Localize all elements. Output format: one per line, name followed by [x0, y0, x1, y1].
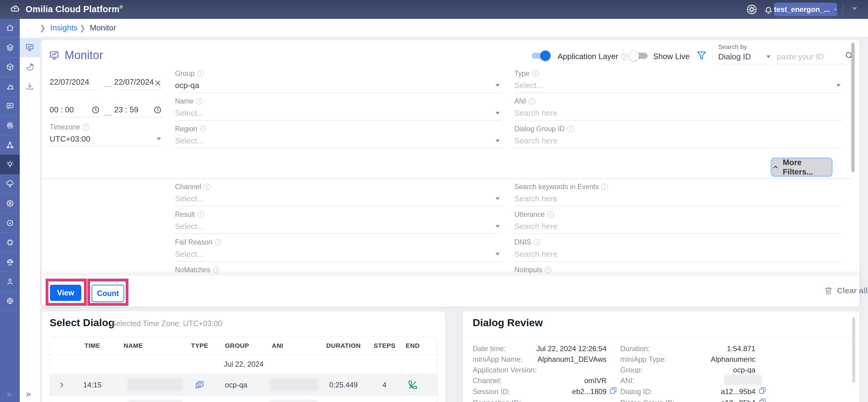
info-icon[interactable]: [601, 184, 608, 190]
filter-funnel-icon[interactable]: [695, 49, 708, 62]
region-select[interactable]: Select...: [175, 134, 502, 148]
more-filters-button[interactable]: More Filters...: [772, 159, 831, 175]
sidebar-item-orchestrator[interactable]: [0, 116, 20, 136]
region-label: Region: [175, 125, 206, 133]
count-button[interactable]: Count: [92, 285, 124, 302]
mini-caret-icon[interactable]: [852, 7, 857, 10]
info-icon[interactable]: [200, 126, 206, 132]
sidebar-item-support[interactable]: [0, 291, 20, 311]
copy-icon[interactable]: [609, 386, 617, 394]
cell-duration: 0:25.449: [317, 381, 370, 389]
dialog-review-scrollbar[interactable]: [852, 317, 855, 383]
select-dialog-title: Select Dialog: [50, 317, 115, 328]
info-icon[interactable]: [197, 211, 204, 218]
filter-actions-bar: [42, 276, 860, 307]
sidebar-item-analytics[interactable]: [0, 77, 20, 96]
clear-dates-icon[interactable]: ×: [155, 77, 161, 89]
search-by-select[interactable]: Dialog ID: [718, 49, 772, 64]
clock-icon[interactable]: [153, 105, 162, 115]
info-icon[interactable]: [567, 126, 574, 132]
group-select[interactable]: ocp-qa: [175, 78, 502, 93]
sidebar-item-layers[interactable]: [0, 38, 20, 58]
info-icon[interactable]: [215, 239, 222, 246]
table-row[interactable]: [50, 396, 437, 402]
kv-value: Alphanum1_DEVAws: [524, 355, 607, 364]
info-icon[interactable]: [545, 267, 552, 273]
type-select[interactable]: Select...: [514, 78, 842, 93]
fail-reason-label: Fail Reason: [175, 238, 222, 247]
timezone-select[interactable]: UTC+03:00: [50, 132, 163, 146]
date-from-input[interactable]: 22/07/2024: [50, 75, 101, 89]
table-row[interactable]: 14:15 ocp-qa 0:25.449 4: [50, 374, 437, 396]
clear-all-button[interactable]: Clear all: [824, 286, 868, 295]
application-layer-toggle[interactable]: [532, 50, 551, 61]
result-select[interactable]: Select...: [175, 219, 502, 234]
redacted-ani: [271, 380, 317, 390]
info-icon[interactable]: [529, 98, 535, 105]
sidebar-item-cloud-services[interactable]: [0, 174, 20, 194]
account-menu-button[interactable]: test_energon_...: [774, 3, 837, 16]
col-name[interactable]: NAME: [112, 342, 186, 349]
info-icon[interactable]: [548, 211, 554, 218]
time-range-separator: —: [104, 110, 112, 119]
sidebar-item-user[interactable]: [0, 272, 20, 291]
info-icon[interactable]: [83, 124, 89, 130]
sidebar-item-home[interactable]: [0, 18, 20, 38]
notifications-bell-icon[interactable]: [763, 4, 774, 15]
col-ani[interactable]: ANI: [262, 342, 317, 349]
sidebar-expand-icon[interactable]: »: [7, 389, 11, 399]
cell-group: ocp-qa: [213, 381, 262, 389]
channel-select[interactable]: Select...: [175, 191, 502, 206]
expand-row-icon[interactable]: [58, 381, 66, 389]
fail-reason-select[interactable]: Select...: [175, 247, 502, 262]
info-icon[interactable]: [621, 53, 627, 60]
primary-sidebar: »: [0, 19, 20, 402]
info-icon[interactable]: [204, 184, 210, 190]
ani-search-input[interactable]: [514, 106, 842, 121]
col-end[interactable]: END: [399, 342, 426, 349]
sidebar-item-compliance[interactable]: [0, 252, 20, 272]
subnav-expand-icon[interactable]: »: [26, 389, 30, 399]
copy-icon[interactable]: [758, 398, 766, 402]
utterance-search-input[interactable]: [514, 219, 842, 234]
filter-panel-scrollbar[interactable]: [851, 42, 855, 172]
dialog-id-search-input[interactable]: [777, 49, 841, 64]
dialog-transcript-icon[interactable]: [194, 380, 205, 390]
breadcrumb-link-insights[interactable]: Insights: [50, 23, 78, 33]
clock-icon[interactable]: [91, 105, 100, 115]
info-icon[interactable]: [534, 239, 540, 246]
col-group[interactable]: GROUP: [213, 342, 262, 349]
time-to-input[interactable]: 23 : 59: [114, 102, 163, 117]
name-select[interactable]: Select...: [175, 106, 502, 121]
sidebar-item-integrations[interactable]: [0, 233, 20, 253]
sidebar-item-flows[interactable]: [0, 135, 20, 155]
view-button[interactable]: View: [50, 285, 81, 301]
col-type[interactable]: TYPE: [186, 342, 213, 349]
nomatches-label: NoMatches: [175, 266, 219, 274]
col-duration[interactable]: DURATION: [317, 342, 370, 349]
copy-icon[interactable]: [758, 386, 766, 394]
subnav-item-reports[interactable]: [20, 57, 40, 77]
sidebar-item-voice-dialogs[interactable]: [0, 96, 20, 116]
subnav-item-exports[interactable]: [20, 77, 40, 96]
col-steps[interactable]: STEPS: [370, 342, 399, 349]
show-live-toggle[interactable]: [629, 50, 648, 61]
info-icon[interactable]: [196, 98, 203, 105]
info-icon[interactable]: [213, 267, 219, 273]
sidebar-item-mini-apps[interactable]: [0, 57, 20, 77]
info-icon[interactable]: [532, 70, 539, 77]
time-from-input[interactable]: 00 : 00: [50, 102, 101, 117]
dialog-group-id-search-input[interactable]: [514, 134, 842, 148]
sidebar-item-quality[interactable]: [0, 213, 20, 233]
home-icon: [5, 23, 14, 32]
sidebar-item-insights[interactable]: [0, 155, 20, 174]
app-logo[interactable]: Omilia Cloud Platform®: [9, 3, 123, 15]
subnav-item-monitor[interactable]: [20, 38, 40, 57]
kv-label: miniApp Name:: [473, 355, 523, 364]
dnis-search-input[interactable]: [514, 247, 842, 262]
col-time[interactable]: TIME: [73, 342, 112, 349]
sidebar-item-admin[interactable]: [0, 194, 20, 213]
settings-sun-icon[interactable]: [746, 3, 758, 16]
info-icon[interactable]: [197, 70, 204, 77]
keywords-search-input[interactable]: [514, 191, 842, 206]
